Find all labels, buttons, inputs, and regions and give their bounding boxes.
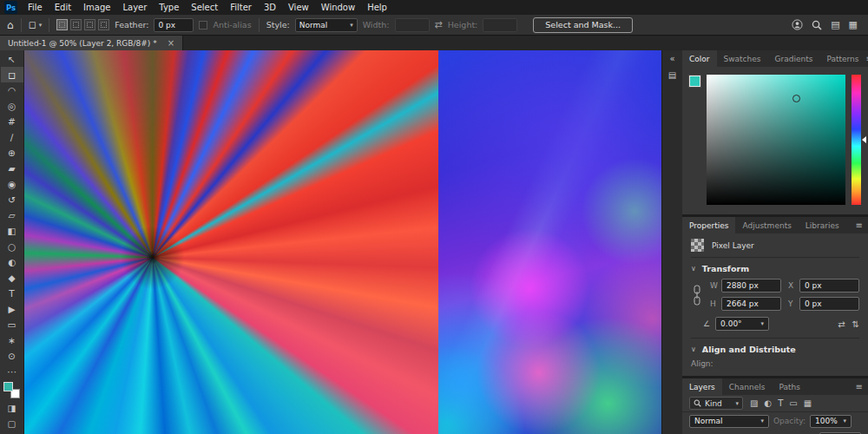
flip-vertical-icon[interactable]: ⇅ <box>852 319 859 329</box>
tab-gradients[interactable]: Gradients <box>768 50 820 67</box>
transform-width-input[interactable]: 2880 px <box>721 279 781 293</box>
filter-adjustment-layers-icon[interactable]: ◐ <box>764 398 772 408</box>
collapsed-panel-dock: « ▤ <box>661 50 682 434</box>
dock-panel-icon[interactable]: ▤ <box>668 70 676 80</box>
tab-libraries[interactable]: Libraries <box>799 217 846 233</box>
menu-help[interactable]: Help <box>361 0 393 15</box>
quick-selection-tool[interactable]: ◎ <box>1 98 23 114</box>
tab-layers[interactable]: Layers <box>682 378 722 395</box>
menu-image[interactable]: Image <box>77 0 116 15</box>
expand-panels-icon[interactable]: « <box>669 54 674 63</box>
zoom-tool[interactable]: ⊙ <box>1 348 23 364</box>
type-tool[interactable]: T <box>1 286 23 301</box>
align-section-header[interactable]: ∨ Align and Distribute <box>691 339 859 358</box>
edit-toolbar-icon[interactable]: ⋯ <box>1 364 23 379</box>
menu-edit[interactable]: Edit <box>49 0 77 15</box>
blend-mode-dropdown[interactable]: Normal ▾ <box>689 415 769 428</box>
current-color-swatch[interactable] <box>689 76 700 87</box>
panel-menu-icon[interactable]: ≡ <box>856 220 863 230</box>
tab-adjustments[interactable]: Adjustments <box>735 217 798 233</box>
workspace-switcher-icon[interactable]: ▦ <box>849 19 858 30</box>
filter-shape-layers-icon[interactable]: ▭ <box>789 398 797 408</box>
rotation-input[interactable]: 0.00° ▾ <box>715 317 769 331</box>
saturation-brightness-field[interactable] <box>707 75 845 205</box>
rectangular-marquee-tool[interactable]: ◻ <box>1 67 23 82</box>
document-tab[interactable]: Untitled-1 @ 50% (Layer 2, RGB/8#) * × <box>0 36 183 50</box>
tab-swatches[interactable]: Swatches <box>717 50 768 67</box>
menu-window[interactable]: Window <box>315 0 361 15</box>
menu-type[interactable]: Type <box>153 0 185 15</box>
select-and-mask-button[interactable]: Select and Mask... <box>533 17 633 33</box>
move-tool[interactable]: ↖ <box>1 51 23 67</box>
flip-horizontal-icon[interactable]: ⇄ <box>838 319 845 329</box>
history-brush-tool[interactable]: ↺ <box>1 192 23 207</box>
filter-pixel-layers-icon[interactable]: ▨ <box>750 398 758 408</box>
path-selection-tool[interactable]: ▶ <box>1 301 23 317</box>
layout-icon[interactable]: ▤ <box>831 19 839 30</box>
quick-mask-mode-icon[interactable]: ◨ <box>1 400 23 416</box>
menu-select[interactable]: Select <box>185 0 224 15</box>
width-input[interactable] <box>395 18 430 32</box>
new-selection-button[interactable] <box>56 19 68 30</box>
filter-type-layers-icon[interactable]: T <box>778 398 783 408</box>
hue-bar[interactable] <box>852 75 861 205</box>
menu-3d[interactable]: 3D <box>258 0 282 15</box>
add-to-selection-button[interactable] <box>70 19 82 30</box>
height-field-label: H <box>710 299 717 308</box>
close-tab-icon[interactable]: × <box>168 38 174 48</box>
dodge-tool[interactable]: ◐ <box>1 254 23 270</box>
screen-mode-icon[interactable]: ▢ <box>1 416 23 431</box>
foreground-color-swatch[interactable] <box>3 382 13 391</box>
canvas-image-right[interactable] <box>438 50 661 434</box>
hue-slider-marker[interactable] <box>862 136 866 143</box>
transform-x-input[interactable]: 0 px <box>799 279 859 293</box>
properties-panel: Properties Adjustments Libraries ≡ Pixel… <box>682 217 868 376</box>
tab-color[interactable]: Color <box>682 50 717 67</box>
canvas-image-left[interactable] <box>24 50 438 434</box>
home-icon[interactable]: ⌂ <box>7 20 14 30</box>
rectangle-tool[interactable]: ▭ <box>1 317 23 332</box>
filter-smart-objects-icon[interactable]: ▦ <box>804 398 812 408</box>
brush-tool[interactable]: ▰ <box>1 161 23 176</box>
hue-slider[interactable] <box>852 75 861 205</box>
pen-tool[interactable]: ◆ <box>1 270 23 286</box>
filter-kind-dropdown[interactable]: Kind ▾ <box>689 397 743 410</box>
eyedropper-tool[interactable]: ∕ <box>1 129 23 145</box>
tab-paths[interactable]: Paths <box>772 378 806 395</box>
color-field-marker[interactable] <box>792 95 800 102</box>
clone-stamp-tool[interactable]: ◉ <box>1 176 23 192</box>
intersect-selection-button[interactable] <box>98 19 109 30</box>
transform-section-header[interactable]: ∨ Transform <box>691 258 859 278</box>
color-swatches-widget[interactable] <box>3 382 20 398</box>
lasso-tool[interactable]: ◠ <box>1 82 23 98</box>
spot-healing-brush-tool[interactable]: ⊕ <box>1 145 23 161</box>
menu-layer[interactable]: Layer <box>116 0 153 15</box>
transform-y-input[interactable]: 0 px <box>799 297 859 311</box>
opacity-dropdown[interactable]: 100% ▾ <box>810 415 852 428</box>
photoshop-logo[interactable]: Ps <box>4 1 17 14</box>
active-tool-preset[interactable]: ◻ ▾ <box>29 19 43 30</box>
tab-properties[interactable]: Properties <box>682 217 735 233</box>
eraser-tool[interactable]: ▱ <box>1 207 23 223</box>
link-dimensions-icon[interactable] <box>691 284 703 306</box>
hand-tool[interactable]: ∗ <box>1 332 23 348</box>
menu-view[interactable]: View <box>282 0 315 15</box>
canvas[interactable] <box>24 50 661 434</box>
tab-channels[interactable]: Channels <box>722 378 773 395</box>
menu-filter[interactable]: Filter <box>224 0 258 15</box>
account-icon[interactable] <box>792 19 803 30</box>
anti-alias-checkbox[interactable] <box>199 21 207 30</box>
swap-width-height-icon[interactable]: ⇄ <box>435 19 443 30</box>
style-dropdown[interactable]: Normal ▾ <box>295 18 358 32</box>
menu-file[interactable]: File <box>22 0 49 15</box>
gradient-tool[interactable]: ◧ <box>1 223 23 239</box>
panel-menu-icon[interactable]: ≡ <box>856 382 863 391</box>
blur-tool[interactable]: ○ <box>1 239 23 254</box>
height-input[interactable] <box>483 18 517 32</box>
transform-height-input[interactable]: 2664 px <box>721 297 781 311</box>
crop-tool[interactable]: # <box>1 114 23 129</box>
feather-input[interactable]: 0 px <box>154 18 194 32</box>
search-icon[interactable] <box>812 20 822 30</box>
subtract-from-selection-button[interactable] <box>84 19 95 30</box>
tab-patterns[interactable]: Patterns <box>819 50 865 67</box>
